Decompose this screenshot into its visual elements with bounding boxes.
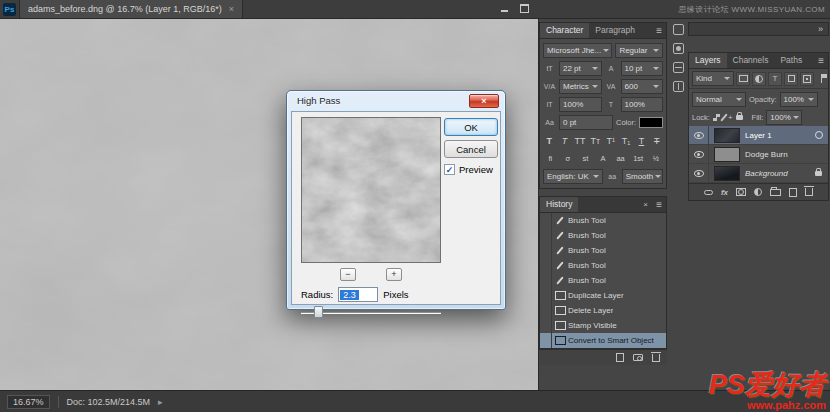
history-step[interactable]: Brush Tool — [540, 258, 666, 273]
filter-type-layers-button[interactable]: T — [768, 72, 782, 86]
history-source-well[interactable] — [540, 288, 552, 303]
history-step[interactable]: Stamp Visible — [540, 318, 666, 333]
history-source-well[interactable] — [540, 318, 552, 333]
filter-shape-layers-button[interactable] — [784, 72, 798, 86]
history-step[interactable]: Duplicate Layer — [540, 288, 666, 303]
link-layers-icon[interactable] — [704, 190, 713, 195]
text-color-swatch[interactable] — [639, 117, 663, 128]
history-step[interactable]: Brush Tool — [540, 228, 666, 243]
collapse-dock-icon[interactable]: » — [818, 25, 823, 34]
fill-select[interactable]: 100% — [766, 110, 802, 125]
type-style-button[interactable]: T¹ — [605, 136, 617, 146]
anti-alias-select[interactable]: Smooth — [622, 169, 663, 184]
history-step[interactable]: Brush Tool — [540, 243, 666, 258]
layer-thumbnail[interactable] — [714, 166, 740, 181]
lock-move-icon[interactable]: + — [728, 114, 733, 122]
blend-mode-select[interactable]: Normal — [692, 92, 746, 107]
tab-paragraph[interactable]: Paragraph — [589, 23, 641, 38]
opentype-button[interactable]: 1st — [631, 154, 646, 163]
history-source-well[interactable] — [540, 213, 552, 228]
radius-input[interactable]: 2.3 — [338, 287, 378, 302]
radius-slider[interactable] — [301, 306, 441, 319]
filter-adjustment-layers-button[interactable] — [752, 72, 766, 86]
font-family-select[interactable]: Microsoft Jhe... — [543, 43, 612, 58]
leading-select[interactable]: 10 pt — [621, 61, 664, 76]
dialog-close-button[interactable]: × — [469, 94, 499, 108]
history-source-well[interactable] — [540, 333, 552, 348]
restore-icon[interactable] — [520, 4, 529, 13]
history-step[interactable]: Convert to Smart Object — [540, 333, 666, 348]
layer-row[interactable]: Dodge Burn — [689, 145, 828, 164]
visibility-toggle[interactable] — [689, 126, 709, 144]
panel-menu-icon[interactable]: ≡ — [818, 55, 824, 66]
opentype-button[interactable]: aa — [613, 154, 628, 163]
ok-button[interactable]: OK — [444, 118, 498, 136]
type-style-button[interactable]: T — [651, 136, 663, 146]
history-source-well[interactable] — [540, 273, 552, 288]
add-mask-icon[interactable] — [736, 188, 746, 196]
preview-checkbox[interactable]: ✓ — [444, 164, 455, 175]
panel-menu-icon[interactable]: ≡ — [656, 25, 662, 36]
lock-paint-icon[interactable] — [720, 113, 727, 121]
history-source-well[interactable] — [540, 228, 552, 243]
minimize-icon[interactable] — [500, 4, 509, 13]
delete-layer-icon[interactable] — [805, 188, 813, 196]
delete-state-icon[interactable] — [652, 354, 660, 362]
history-source-well[interactable] — [540, 303, 552, 318]
collapsed-panel-icon[interactable] — [673, 24, 684, 35]
visibility-toggle[interactable] — [689, 164, 709, 182]
horizontal-scale-input[interactable]: 100% — [621, 97, 664, 112]
type-style-button[interactable]: Tт — [589, 136, 601, 146]
layer-thumbnail[interactable] — [714, 147, 740, 162]
type-style-button[interactable]: TT — [574, 136, 586, 146]
opentype-button[interactable]: A — [596, 154, 611, 163]
opacity-select[interactable]: 100% — [780, 92, 818, 107]
layer-row[interactable]: Background — [689, 164, 828, 183]
type-style-button[interactable]: T₁ — [620, 136, 632, 146]
history-step[interactable]: Brush Tool — [540, 273, 666, 288]
tab-layers[interactable]: Layers — [689, 53, 727, 68]
layer-effects-icon[interactable]: fx — [721, 188, 728, 197]
filter-smart-objects-button[interactable] — [800, 72, 814, 86]
panel-close-icon[interactable]: × — [643, 200, 648, 209]
new-snapshot-icon[interactable] — [633, 354, 643, 361]
status-menu-arrow-icon[interactable]: ▸ — [158, 397, 163, 407]
visibility-toggle[interactable] — [689, 145, 709, 163]
opentype-button[interactable]: ½ — [648, 154, 663, 163]
font-size-select[interactable]: 22 pt — [559, 61, 602, 76]
opentype-button[interactable]: σ — [561, 154, 576, 163]
kerning-select[interactable]: Metrics — [559, 79, 602, 94]
cancel-button[interactable]: Cancel — [444, 140, 498, 158]
zoom-level-field[interactable]: 16.67% — [7, 395, 50, 409]
slider-thumb[interactable] — [314, 306, 323, 318]
tab-close-icon[interactable]: × — [229, 4, 234, 14]
tab-channels[interactable]: Channels — [727, 53, 775, 68]
collapsed-panel-icon[interactable] — [673, 62, 684, 73]
zoom-in-button[interactable]: + — [386, 268, 402, 281]
tracking-select[interactable]: 600 — [621, 79, 664, 94]
tab-paths[interactable]: Paths — [774, 53, 808, 68]
type-style-button[interactable]: T — [635, 136, 647, 146]
filter-kind-select[interactable]: Kind — [692, 71, 734, 86]
zoom-out-button[interactable]: − — [340, 268, 356, 281]
history-source-well[interactable] — [540, 243, 552, 258]
tab-character[interactable]: Character — [540, 23, 589, 38]
layer-thumbnail[interactable] — [714, 128, 740, 143]
vertical-scale-input[interactable]: 100% — [559, 97, 602, 112]
document-tab[interactable]: adams_before.dng @ 16.7% (Layer 1, RGB/1… — [19, 0, 243, 18]
font-style-select[interactable]: Regular — [615, 43, 663, 58]
panel-menu-icon[interactable]: ≡ — [656, 199, 662, 210]
filter-pixel-layers-button[interactable] — [736, 72, 750, 86]
type-style-button[interactable]: T — [543, 136, 555, 146]
language-select[interactable]: English: UK — [543, 169, 603, 184]
history-step[interactable]: Delete Layer — [540, 303, 666, 318]
baseline-shift-input[interactable]: 0 pt — [559, 115, 613, 130]
tab-history[interactable]: History — [540, 197, 578, 212]
filter-preview[interactable] — [301, 117, 441, 263]
new-document-from-state-icon[interactable] — [616, 353, 624, 362]
lock-transparency-icon[interactable] — [713, 114, 720, 121]
new-group-icon[interactable] — [770, 189, 781, 196]
history-source-well[interactable] — [540, 258, 552, 273]
collapsed-panel-icon[interactable] — [673, 81, 684, 92]
layer-row[interactable]: Layer 1 — [689, 126, 828, 145]
